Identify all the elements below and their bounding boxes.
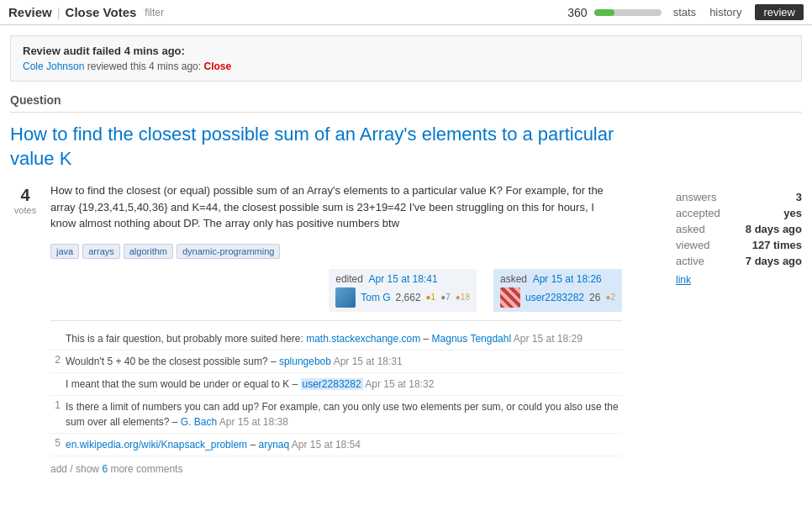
stat-active: active 7 days ago bbox=[676, 255, 802, 267]
comments-section: This is a fair question, but probably mo… bbox=[50, 320, 622, 456]
comment-row: I meant that the sum would be under or e… bbox=[50, 373, 622, 396]
asked-meta-box: asked Apr 15 at 18:26 user2283282 26 ●2 bbox=[493, 269, 622, 312]
asked-stat-value: 8 days ago bbox=[746, 223, 802, 235]
comment-row: 1 Is there a limit of numbers you can ad… bbox=[50, 396, 622, 434]
main-content: 4 votes How to find the closest (or equa… bbox=[10, 182, 667, 475]
comment-date-4: Apr 15 at 18:38 bbox=[219, 416, 288, 428]
stat-answers: answers 3 bbox=[676, 191, 802, 203]
vote-box: 4 votes bbox=[10, 182, 40, 475]
tag-algorithm[interactable]: algorithm bbox=[124, 244, 173, 259]
comment-highlight-user: user2283282 bbox=[301, 378, 363, 390]
comment-user-splungebob[interactable]: splungebob bbox=[279, 356, 331, 367]
post-meta-row: edited Apr 15 at 18:41 Tom G 2,662 ●1 ●7… bbox=[50, 269, 622, 312]
audit-body-middle: reviewed this bbox=[84, 61, 149, 72]
comment-user-arynaq[interactable]: arynaq bbox=[258, 439, 289, 451]
asked-stat-label: asked bbox=[676, 223, 705, 235]
comment-date-2: Apr 15 at 18:31 bbox=[334, 356, 403, 367]
audit-body: Cole Johnson reviewed this 4 mins ago: C… bbox=[23, 61, 789, 72]
question-body-wrap: 4 votes How to find the closest (or equa… bbox=[10, 182, 667, 475]
editor-silver-badge: ●7 bbox=[440, 292, 451, 302]
add-show-link[interactable]: add / show 6 more comments bbox=[50, 463, 182, 475]
tag-arrays[interactable]: arrays bbox=[82, 244, 120, 259]
viewed-label: viewed bbox=[676, 239, 709, 251]
vote-label: votes bbox=[14, 205, 36, 215]
link-link[interactable]: link bbox=[676, 274, 802, 286]
comment-row: 5 en.wikipedia.org/wiki/Knapsack_problem… bbox=[50, 434, 622, 456]
accepted-label: accepted bbox=[676, 207, 720, 219]
asker-bronze-badge: ●2 bbox=[605, 292, 615, 302]
accepted-value: yes bbox=[783, 207, 802, 219]
answers-label: answers bbox=[676, 191, 716, 203]
math-link[interactable]: math.stackexchange.com bbox=[306, 333, 420, 345]
comment-number-4: 1 bbox=[50, 399, 61, 411]
comment-number-5: 5 bbox=[50, 437, 61, 449]
separator: | bbox=[57, 5, 61, 19]
audit-user-link[interactable]: Cole Johnson bbox=[23, 61, 84, 72]
comment-text-5: en.wikipedia.org/wiki/Knapsack_problem –… bbox=[66, 437, 622, 452]
asker-user-row: user2283282 26 ●2 bbox=[500, 287, 615, 308]
audit-time: 4 mins ago bbox=[149, 61, 198, 72]
sidebar-stats: answers 3 accepted yes asked 8 days ago … bbox=[667, 182, 802, 475]
comment-user-magnus[interactable]: Magnus Tengdahl bbox=[432, 333, 512, 345]
comment-user-gbach[interactable]: G. Bach bbox=[181, 416, 217, 428]
filter-label[interactable]: filter bbox=[145, 7, 164, 18]
review-count: 360 bbox=[567, 6, 587, 19]
audit-notice: Review audit failed 4 mins ago: Cole Joh… bbox=[10, 35, 802, 82]
stat-asked: asked 8 days ago bbox=[676, 223, 802, 235]
vote-count: 4 bbox=[20, 186, 29, 205]
question-title-link[interactable]: How to find the closest possible sum of … bbox=[10, 123, 802, 171]
review-active-link[interactable]: review bbox=[755, 4, 804, 20]
active-value: 7 days ago bbox=[746, 255, 802, 267]
active-label: active bbox=[676, 255, 704, 267]
comment-text-4: Is there a limit of numbers you can add … bbox=[66, 399, 622, 430]
asker-avatar bbox=[500, 287, 520, 308]
section-header: Question bbox=[10, 93, 802, 113]
question-text: How to find the closest (or equal) possi… bbox=[50, 182, 622, 232]
editor-gold-badge: ●1 bbox=[426, 292, 436, 302]
comment-date-5: Apr 15 at 18:54 bbox=[292, 439, 361, 451]
stat-accepted: accepted yes bbox=[676, 207, 802, 219]
comment-text-2: Wouldn't 5 + 40 be the closest possible … bbox=[66, 354, 622, 369]
comment-text-3: I meant that the sum would be under or e… bbox=[66, 377, 622, 392]
tags-wrap: java arrays algorithm dynamic-programmin… bbox=[50, 244, 622, 259]
knapsack-link[interactable]: en.wikipedia.org/wiki/Knapsack_problem bbox=[66, 439, 247, 451]
asker-name[interactable]: user2283282 bbox=[525, 292, 584, 303]
audit-action: Close bbox=[203, 61, 231, 72]
close-votes-title: Close Votes bbox=[66, 5, 137, 19]
viewed-value: 127 times bbox=[752, 239, 802, 251]
answers-value: 3 bbox=[796, 191, 802, 203]
more-comments-count: 6 bbox=[102, 463, 108, 475]
question-content: How to find the closest (or equal) possi… bbox=[50, 182, 622, 475]
main-layout: 4 votes How to find the closest (or equa… bbox=[10, 182, 802, 475]
progress-bar-fill bbox=[594, 9, 614, 16]
edited-meta-box: edited Apr 15 at 18:41 Tom G 2,662 ●1 ●7… bbox=[329, 269, 477, 312]
comment-number-2: 2 bbox=[50, 354, 61, 366]
edited-date[interactable]: Apr 15 at 18:41 bbox=[369, 273, 438, 285]
comment-row: This is a fair question, but probably mo… bbox=[50, 328, 622, 350]
comment-row: 2 Wouldn't 5 + 40 be the closest possibl… bbox=[50, 350, 622, 373]
comment-text: This is a fair question, but probably mo… bbox=[66, 331, 622, 346]
question-title: How to find the closest possible sum of … bbox=[10, 123, 615, 171]
add-comment[interactable]: add / show 6 more comments bbox=[50, 463, 622, 475]
audit-title: Review audit failed 4 mins ago: bbox=[23, 45, 789, 57]
asked-label: asked bbox=[500, 273, 527, 285]
editor-name[interactable]: Tom G bbox=[361, 292, 390, 303]
editor-bronze-badge: ●18 bbox=[456, 292, 470, 302]
editor-avatar bbox=[335, 287, 356, 308]
asked-date[interactable]: Apr 15 at 18:26 bbox=[533, 273, 602, 285]
tag-dynamic-programming[interactable]: dynamic-programming bbox=[177, 244, 280, 259]
stats-link[interactable]: stats bbox=[673, 6, 696, 18]
history-link[interactable]: history bbox=[709, 6, 741, 18]
tag-java[interactable]: java bbox=[50, 244, 79, 259]
review-title: Review bbox=[8, 5, 52, 19]
editor-rep: 2,662 bbox=[396, 292, 421, 303]
top-bar: Review | Close Votes filter 360 stats hi… bbox=[0, 0, 812, 25]
asker-rep: 26 bbox=[589, 292, 600, 303]
edited-label: edited bbox=[335, 273, 363, 285]
question-section: Question How to find the closest possibl… bbox=[0, 93, 812, 475]
progress-bar bbox=[594, 9, 662, 16]
stat-viewed: viewed 127 times bbox=[676, 239, 802, 251]
comment-date-3: Apr 15 at 18:32 bbox=[365, 378, 434, 390]
comment-date-1: Apr 15 at 18:29 bbox=[514, 333, 583, 345]
editor-user-row: Tom G 2,662 ●1 ●7 ●18 bbox=[335, 287, 470, 308]
